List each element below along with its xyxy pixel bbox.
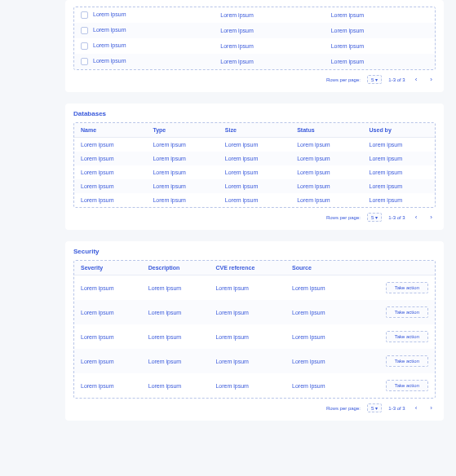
databases-table-wrap: Name Type Size Status Used by Lorem ipsu… [73,122,436,208]
table-row[interactable]: Lorem ipsumLorem ipsumLorem ipsum [74,54,435,69]
pagination-range: 1-3 of 3 [388,77,405,82]
cell-value: Lorem ipsum [325,54,435,69]
cell-severity: Lorem ipsum [74,275,142,301]
cell-description: Lorem ipsum [142,324,210,349]
cell-value: Lorem ipsum [325,38,435,54]
first-pagination: Rows per page: 5 ▾ 1-3 of 3 ‹ › [73,75,436,84]
col-type[interactable]: Type [146,123,218,138]
prev-page-button[interactable]: ‹ [412,76,421,83]
cell-severity: Lorem ipsum [74,324,142,349]
databases-title: Databases [73,110,436,117]
cell-value: Lorem ipsum [214,23,324,38]
cell-name: Lorem ipsum [74,138,146,152]
col-cve[interactable]: CVE reference [209,261,286,275]
pagination-range: 1-3 of 3 [388,406,405,411]
cell-source: Lorem ipsum [286,300,353,324]
table-row[interactable]: Lorem ipsumLorem ipsumLorem ipsumLorem i… [74,179,435,193]
cell-value: Lorem ipsum [93,11,126,17]
security-header-row: Severity Description CVE reference Sourc… [74,261,435,275]
cell-description: Lorem ipsum [142,275,210,301]
databases-pagination: Rows per page: 5 ▾ 1-3 of 3 ‹ › [73,213,436,222]
cell-used-by: Lorem ipsum [363,193,435,207]
cell-size: Lorem ipsum [219,179,290,193]
chevron-down-icon: ▾ [375,77,378,82]
take-action-button[interactable]: Take action [386,282,428,293]
first-table: Lorem ipsumLorem ipsumLorem ipsumLorem i… [74,7,435,69]
take-action-button[interactable]: Take action [386,380,428,391]
rows-per-page-select[interactable]: 5 ▾ [367,213,382,222]
table-row: Lorem ipsumLorem ipsumLorem ipsumLorem i… [74,275,435,301]
cell-status: Lorem ipsum [290,193,362,207]
cell-status: Lorem ipsum [290,165,362,179]
col-name[interactable]: Name [74,123,146,138]
cell-value: Lorem ipsum [214,54,324,69]
rows-per-page-value: 5 [371,215,374,220]
chevron-down-icon: ▾ [375,405,378,411]
cell-source: Lorem ipsum [286,324,353,349]
table-row[interactable]: Lorem ipsumLorem ipsumLorem ipsumLorem i… [74,165,435,179]
col-action [353,261,435,275]
next-page-button[interactable]: › [427,76,436,83]
cell-value: Lorem ipsum [214,38,324,54]
checkbox[interactable] [81,58,88,65]
pagination-range: 1-3 of 3 [388,215,405,220]
page-wrapper: Lorem ipsumLorem ipsumLorem ipsumLorem i… [0,0,456,476]
prev-page-button[interactable]: ‹ [412,214,421,221]
cell-value: Lorem ipsum [93,58,126,64]
cell-value: Lorem ipsum [93,42,126,48]
cell-cve: Lorem ipsum [209,300,286,324]
cell-type: Lorem ipsum [146,138,218,152]
databases-header-row: Name Type Size Status Used by [74,123,435,138]
databases-table: Name Type Size Status Used by Lorem ipsu… [74,123,435,207]
table-row[interactable]: Lorem ipsumLorem ipsumLorem ipsumLorem i… [74,193,435,207]
checkbox[interactable] [81,42,88,50]
first-card: Lorem ipsumLorem ipsumLorem ipsumLorem i… [65,0,444,92]
cell-source: Lorem ipsum [286,275,353,301]
cell-description: Lorem ipsum [142,349,210,373]
cell-type: Lorem ipsum [146,193,218,207]
cell-description: Lorem ipsum [142,300,210,324]
table-row[interactable]: Lorem ipsumLorem ipsumLorem ipsumLorem i… [74,138,435,152]
table-row[interactable]: Lorem ipsumLorem ipsumLorem ipsum [74,38,435,54]
rows-per-page-label: Rows per page: [326,406,361,411]
take-action-button[interactable]: Take action [386,355,428,367]
cell-size: Lorem ipsum [219,138,290,152]
cell-name: Lorem ipsum [74,165,146,179]
take-action-button[interactable]: Take action [386,331,428,342]
left-gutter [0,0,65,476]
cell-size: Lorem ipsum [219,193,290,207]
table-row[interactable]: Lorem ipsumLorem ipsumLorem ipsumLorem i… [74,152,435,165]
col-status[interactable]: Status [290,123,362,138]
cell-size: Lorem ipsum [219,165,290,179]
security-table: Severity Description CVE reference Sourc… [74,261,435,398]
col-description[interactable]: Description [142,261,210,275]
cell-name: Lorem ipsum [74,179,146,193]
col-severity[interactable]: Severity [74,261,142,275]
checkbox[interactable] [81,11,88,19]
cell-status: Lorem ipsum [290,138,362,152]
next-page-button[interactable]: › [427,404,436,412]
rows-per-page-select[interactable]: 5 ▾ [367,75,382,84]
rows-per-page-select[interactable]: 5 ▾ [367,403,382,412]
col-source[interactable]: Source [286,261,353,275]
cell-type: Lorem ipsum [146,152,218,165]
first-table-wrap: Lorem ipsumLorem ipsumLorem ipsumLorem i… [73,7,436,70]
prev-page-button[interactable]: ‹ [412,404,421,412]
table-row: Lorem ipsumLorem ipsumLorem ipsumLorem i… [74,300,435,324]
col-used-by[interactable]: Used by [363,123,435,138]
table-row[interactable]: Lorem ipsumLorem ipsumLorem ipsum [74,23,435,38]
next-page-button[interactable]: › [427,214,436,221]
rows-per-page-label: Rows per page: [326,77,361,82]
cell-source: Lorem ipsum [286,349,353,373]
security-title: Security [73,248,436,255]
checkbox[interactable] [81,27,88,34]
take-action-button[interactable]: Take action [386,306,428,318]
cell-name: Lorem ipsum [74,152,146,165]
table-row[interactable]: Lorem ipsumLorem ipsumLorem ipsum [74,7,435,23]
rows-per-page-label: Rows per page: [326,215,361,220]
cell-cve: Lorem ipsum [209,275,286,301]
col-size[interactable]: Size [219,123,290,138]
cell-source: Lorem ipsum [286,373,353,398]
cell-used-by: Lorem ipsum [363,165,435,179]
rows-per-page-value: 5 [371,77,374,82]
